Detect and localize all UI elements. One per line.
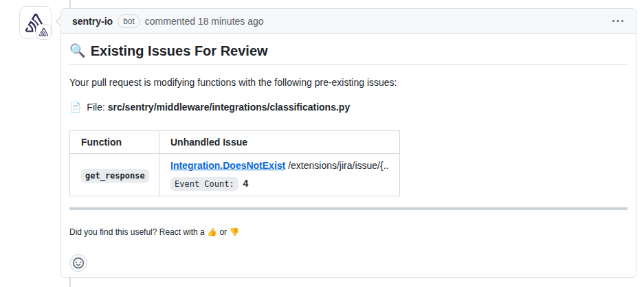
smiley-icon	[73, 257, 84, 268]
comment-author-link[interactable]: sentry-io	[72, 16, 113, 27]
intro-text: Your pull request is modifying functions…	[69, 76, 628, 89]
issue-link[interactable]: Integration.DoesNotExist	[170, 160, 285, 171]
file-label: File:	[87, 102, 104, 113]
column-header-unhandled-issue: Unhandled Issue	[159, 131, 400, 154]
column-header-function: Function	[70, 131, 159, 154]
bot-avatar-badge	[36, 24, 52, 40]
timeline-line-top	[69, 0, 71, 8]
comment-timestamp[interactable]: commented 18 minutes ago	[145, 16, 264, 27]
issue-path: /extensions/jira/issue/{...	[288, 160, 388, 171]
function-name-code: get_response	[81, 169, 149, 183]
bot-comment-card: sentry-io bot commented 18 minutes ago 🔍…	[60, 8, 636, 278]
comment-title: 🔍 Existing Issues For Review	[69, 34, 628, 65]
issues-table: Function Unhandled Issue get_response In…	[69, 130, 400, 196]
section-divider	[69, 207, 628, 210]
add-reaction-button[interactable]	[69, 254, 87, 272]
file-line: 📄 File: src/sentry/middleware/integratio…	[69, 100, 628, 114]
magnifying-glass-icon: 🔍	[69, 42, 86, 60]
comment-body: 🔍 Existing Issues For Review Your pull r…	[61, 34, 636, 280]
feedback-text: Did you find this useful? React with a 👍…	[69, 227, 628, 238]
kebab-menu-button[interactable]	[611, 14, 625, 28]
file-path: src/sentry/middleware/integrations/class…	[108, 102, 350, 113]
document-icon: 📄	[69, 102, 81, 113]
bot-badge: bot	[118, 14, 140, 28]
event-count-value: 4	[243, 178, 249, 189]
table-header-row: Function Unhandled Issue	[70, 131, 400, 154]
event-count-label-code: Event Count:	[170, 177, 238, 191]
sentry-logo-small-icon	[39, 27, 48, 36]
table-row: get_response Integration.DoesNotExist /e…	[70, 154, 400, 196]
comment-title-text: Existing Issues For Review	[91, 42, 268, 60]
kebab-horizontal-icon	[612, 16, 623, 27]
comment-header: sentry-io bot commented 18 minutes ago	[61, 9, 636, 34]
function-cell: get_response	[70, 154, 159, 196]
issue-cell: Integration.DoesNotExist /extensions/jir…	[159, 154, 400, 196]
